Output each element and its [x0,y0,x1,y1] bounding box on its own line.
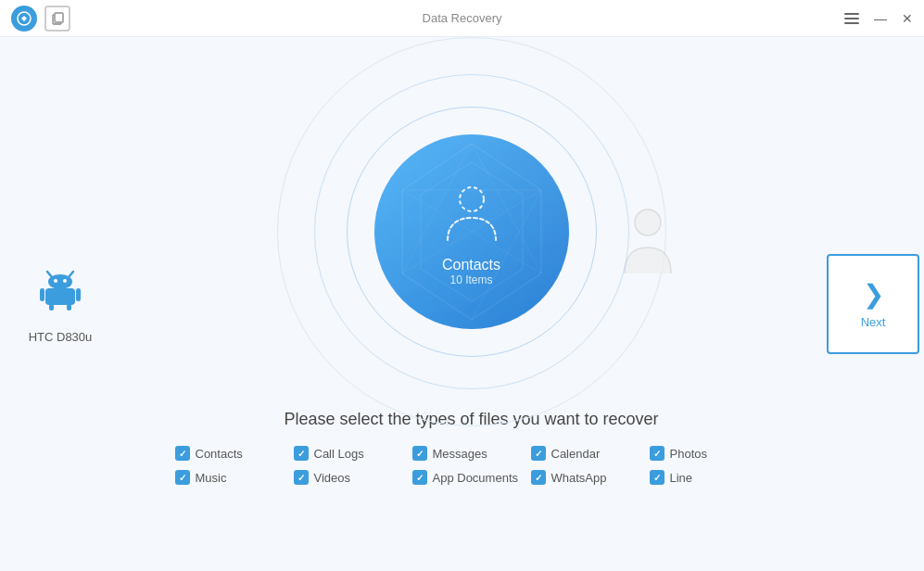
checkbox-checked-icon[interactable] [531,470,546,485]
file-type-label: Calendar [551,447,601,461]
svg-rect-2 [55,13,63,22]
svg-rect-11 [76,288,81,301]
checkbox-checked-icon[interactable] [650,470,665,485]
file-type-label: Messages [433,447,487,461]
svg-line-5 [69,272,73,277]
svg-point-22 [460,187,484,211]
main-content: HTC D830u [0,37,924,571]
circles-container: Contacts 10 Items [277,65,666,399]
next-label: Next [861,315,886,329]
file-type-item[interactable]: Messages [412,446,531,461]
window-controls: — ✕ [844,11,913,26]
file-type-label: Photos [670,447,707,461]
checkbox-checked-icon[interactable] [175,446,190,461]
app-logo [11,6,37,32]
checkbox-checked-icon[interactable] [294,470,309,485]
app-title: Data Recovery [423,11,502,25]
svg-rect-12 [49,304,54,311]
svg-rect-9 [45,288,75,305]
file-type-label: App Documents [433,471,519,485]
svg-line-4 [47,272,52,277]
right-panel: ❯ Next [822,37,924,571]
checkbox-checked-icon[interactable] [531,446,546,461]
file-type-item[interactable]: WhatsApp [531,470,650,485]
file-types-grid: ContactsCall LogsMessagesCalendarPhotosM… [175,446,768,485]
checkbox-checked-icon[interactable] [412,470,427,485]
file-type-item[interactable]: Videos [294,470,412,485]
next-button[interactable]: ❯ Next [827,254,919,354]
device-name: HTC D830u [29,330,93,344]
file-type-label: Contacts [196,447,243,461]
checkbox-checked-icon[interactable] [650,446,665,461]
file-type-label: Call Logs [314,447,364,461]
svg-point-7 [54,279,57,283]
svg-point-23 [635,209,661,235]
center-content: Contacts 10 Items Please select the type… [120,37,822,571]
file-type-label: Videos [314,471,351,485]
contact-icon [435,177,509,251]
file-type-item[interactable]: Contacts [175,446,294,461]
circle-sublabel: 10 Items [449,273,492,286]
svg-rect-13 [67,304,71,311]
file-type-item[interactable]: Call Logs [294,446,412,461]
menu-icon[interactable] [844,13,859,24]
svg-point-6 [48,274,72,289]
checkbox-checked-icon[interactable] [412,446,427,461]
title-bar-left [11,6,70,32]
sidebar: HTC D830u [0,37,120,571]
file-type-label: WhatsApp [551,471,607,485]
file-type-item[interactable]: Music [175,470,294,485]
checkbox-checked-icon[interactable] [175,470,190,485]
device-icon-container: HTC D830u [29,264,93,344]
file-type-label: Music [196,471,227,485]
file-type-item[interactable]: App Documents [412,470,531,485]
close-button[interactable]: ✕ [902,11,913,26]
title-bar: Data Recovery — ✕ [0,0,924,37]
svg-point-8 [63,279,67,283]
checkbox-checked-icon[interactable] [294,446,309,461]
circle-label: Contacts [442,257,500,273]
file-type-item[interactable]: Calendar [531,446,650,461]
file-type-item[interactable]: Photos [650,446,768,461]
side-person-icon [620,204,676,260]
copy-icon[interactable] [44,6,70,32]
file-type-label: Line [670,471,693,485]
android-icon [36,264,84,323]
file-type-item[interactable]: Line [650,470,768,485]
next-chevron-icon: ❯ [863,279,884,310]
minimize-button[interactable]: — [874,11,887,26]
main-circle: Contacts 10 Items [374,134,569,329]
svg-rect-10 [40,288,44,301]
